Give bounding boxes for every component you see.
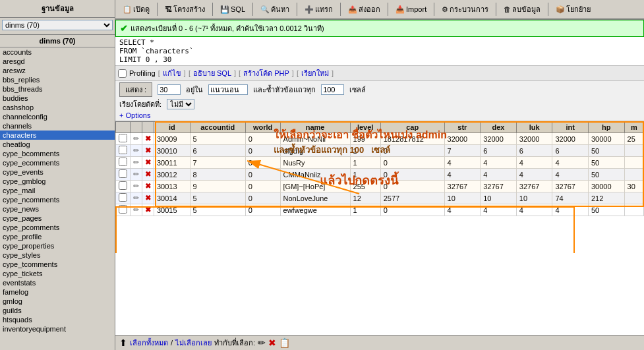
edit-icon[interactable]: ✏ xyxy=(133,170,139,178)
row-checkbox-cell[interactable] xyxy=(116,192,131,204)
row-checkbox[interactable] xyxy=(119,146,127,154)
toolbar-btn-______[interactable]: 📋เปิดดู xyxy=(118,1,154,17)
delete-icon[interactable]: ✖ xyxy=(145,146,151,154)
sidebar-item-channels[interactable]: channels xyxy=(0,121,115,131)
sidebar-item-cype_styles[interactable]: cype_styles xyxy=(0,250,115,260)
sidebar-item-areswz[interactable]: areswz xyxy=(0,66,115,75)
sidebar-item-channelconfig[interactable]: channelconfig xyxy=(0,112,115,121)
col-hp[interactable]: hp xyxy=(589,122,625,133)
col-id[interactable]: id xyxy=(154,122,190,133)
explain-sql-link[interactable]: อธิบาย SQL xyxy=(193,67,231,79)
edit-icon[interactable]: ✏ xyxy=(133,206,139,214)
sidebar-item-cype_mail[interactable]: cype_mail xyxy=(0,186,115,195)
show-button[interactable]: แสดง : xyxy=(119,82,152,97)
col-name[interactable]: name xyxy=(280,122,350,133)
col-int[interactable]: int xyxy=(552,122,589,133)
row-checkbox-cell[interactable] xyxy=(116,133,131,145)
database-dropdown[interactable]: dinms (70) xyxy=(2,20,113,30)
row-edit-cell[interactable]: ✏ xyxy=(131,204,142,216)
repeat-input[interactable] xyxy=(321,84,344,95)
location-input[interactable] xyxy=(208,84,248,95)
row-delete-cell[interactable]: ✖ xyxy=(142,192,154,204)
toolbar-btn-_________[interactable]: ⚙กระบวนการ xyxy=(437,1,493,17)
delete-icon[interactable]: ✖ xyxy=(145,170,151,178)
uncheck-all-link[interactable]: ไม่เลือกเลย xyxy=(175,337,212,349)
row-edit-cell[interactable]: ✏ xyxy=(131,133,142,145)
sort-select[interactable]: ไม่มี xyxy=(167,99,194,109)
row-checkbox[interactable] xyxy=(119,181,127,190)
edit-icon[interactable]: ✏ xyxy=(133,146,139,154)
delete-icon[interactable]: ✖ xyxy=(145,134,151,142)
row-edit-cell[interactable]: ✏ xyxy=(131,192,142,204)
refresh-link[interactable]: เรียกใหม่ xyxy=(301,67,329,79)
row-checkbox[interactable] xyxy=(119,193,127,202)
row-edit-cell[interactable]: ✏ xyxy=(131,169,142,181)
sidebar-item-cype_properties[interactable]: cype_properties xyxy=(0,241,115,250)
sidebar-item-cype_profile[interactable]: cype_profile xyxy=(0,232,115,241)
sidebar-item-guilds[interactable]: guilds xyxy=(0,306,115,315)
sidebar-item-cheatlog[interactable]: cheatlog xyxy=(0,140,115,149)
sidebar-item-bbs_threads[interactable]: bbs_threads xyxy=(0,84,115,94)
toolbar-btn-_______[interactable]: 📦โยกย้าย xyxy=(551,1,595,17)
toolbar-btn-_____[interactable]: 🔍ค้นหา xyxy=(256,1,294,17)
export-icon[interactable]: 📋 xyxy=(279,337,290,348)
sidebar-item-buddies[interactable]: buddies xyxy=(0,94,115,103)
row-delete-cell[interactable]: ✖ xyxy=(142,133,154,145)
sidebar-item-cype_gmblog[interactable]: cype_gmblog xyxy=(0,177,115,186)
row-checkbox[interactable] xyxy=(119,134,127,142)
row-checkbox-cell[interactable] xyxy=(116,204,131,216)
row-checkbox-cell[interactable] xyxy=(116,181,131,192)
row-checkbox-cell[interactable] xyxy=(116,145,131,157)
toolbar-btn-_________[interactable]: 🏗โครงสร้าง xyxy=(160,1,210,17)
row-checkbox-cell[interactable] xyxy=(116,169,131,181)
sidebar-item-cype_ecomments[interactable]: cype_ecomments xyxy=(0,158,115,167)
sidebar-item-cype_tickets[interactable]: cype_tickets xyxy=(0,269,115,278)
sidebar-item-cype_pcomments[interactable]: cype_pcomments xyxy=(0,223,115,232)
profiling-checkbox[interactable] xyxy=(118,69,127,78)
sidebar-item-cype_events[interactable]: cype_events xyxy=(0,167,115,177)
col-world[interactable]: world xyxy=(245,122,280,133)
check-all-link[interactable]: เลือกทั้งหมด xyxy=(130,337,168,349)
row-checkbox-cell[interactable] xyxy=(116,157,131,169)
sidebar-item-cype_pages[interactable]: cype_pages xyxy=(0,214,115,223)
sidebar-item-famelog[interactable]: famelog xyxy=(0,287,115,297)
col-m[interactable]: m xyxy=(624,122,643,133)
sidebar-item-htsquads[interactable]: htsquads xyxy=(0,315,115,324)
sidebar-item-cashshop[interactable]: cashshop xyxy=(0,103,115,112)
create-php-link[interactable]: สร้างโค้ด PHP xyxy=(243,67,289,79)
sidebar-item-inventoryequipment[interactable]: inventoryequipment xyxy=(0,324,115,334)
sidebar-item-cype_tcomments[interactable]: cype_tcomments xyxy=(0,260,115,269)
show-count-input[interactable] xyxy=(158,84,181,95)
edit-icon[interactable]: ✏ xyxy=(133,134,139,142)
col-dex[interactable]: dex xyxy=(481,122,517,133)
sidebar-item-cype_bcomments[interactable]: cype_bcomments xyxy=(0,149,115,158)
row-edit-cell[interactable]: ✏ xyxy=(131,157,142,169)
plus-options-link[interactable]: + Options xyxy=(119,111,150,119)
sidebar-item-bbs_replies[interactable]: bbs_replies xyxy=(0,75,115,84)
sidebar-item-accounts[interactable]: accounts xyxy=(0,47,115,57)
row-delete-cell[interactable]: ✖ xyxy=(142,157,154,169)
row-delete-cell[interactable]: ✖ xyxy=(142,181,154,192)
row-edit-cell[interactable]: ✏ xyxy=(131,145,142,157)
toolbar-btn-______[interactable]: 📤ส่งออก xyxy=(343,1,385,17)
delete-icon[interactable]: ✖ xyxy=(145,158,151,166)
toolbar-btn-________[interactable]: 🗑ลบข้อมูล xyxy=(499,1,545,17)
sidebar-item-eventstats[interactable]: eventstats xyxy=(0,278,115,287)
delete-icon[interactable]: ✖ xyxy=(145,194,151,202)
edit-icon[interactable]: ✏ xyxy=(133,194,139,202)
row-delete-cell[interactable]: ✖ xyxy=(142,204,154,216)
row-delete-cell[interactable]: ✖ xyxy=(142,169,154,181)
row-checkbox[interactable] xyxy=(119,158,127,166)
pencil-icon[interactable]: ✏ xyxy=(258,337,266,348)
toolbar-btn-____[interactable]: ➕แทรก xyxy=(300,1,337,17)
col-accountid[interactable]: accountid xyxy=(190,122,245,133)
row-delete-cell[interactable]: ✖ xyxy=(142,145,154,157)
toolbar-btn-Import[interactable]: 📥Import xyxy=(391,3,431,16)
sidebar-item-aresgd[interactable]: aresgd xyxy=(0,57,115,66)
sidebar-item-characters[interactable]: characters xyxy=(0,131,115,140)
col-level[interactable]: level xyxy=(350,122,380,133)
col-luk[interactable]: luk xyxy=(516,122,552,133)
col-cap[interactable]: cap xyxy=(380,122,444,133)
edit-link[interactable]: แก้ไข xyxy=(163,67,181,79)
row-edit-cell[interactable]: ✏ xyxy=(131,181,142,192)
